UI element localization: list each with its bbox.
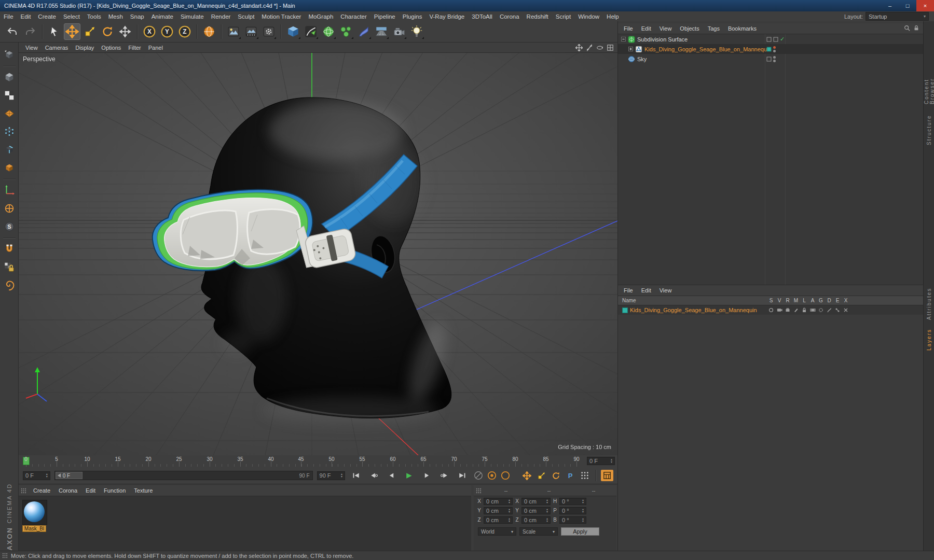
om-menu-edit[interactable]: Edit	[638, 24, 655, 33]
previous-key-button[interactable]	[367, 470, 380, 481]
panel-grip-icon[interactable]	[21, 488, 26, 494]
visibility-dot-icon[interactable]	[766, 37, 772, 42]
model-mode-icon[interactable]	[2, 70, 17, 85]
texture-mode-icon[interactable]	[2, 88, 17, 103]
menu-item-mesh[interactable]: Mesh	[105, 12, 127, 21]
goto-end-button[interactable]	[455, 470, 469, 481]
move-tool-icon[interactable]	[64, 23, 80, 40]
keyframe-parameter-toggle[interactable]: P	[564, 470, 576, 481]
edges-mode-icon[interactable]	[2, 143, 17, 157]
viewport-menu-view[interactable]: View	[22, 44, 42, 52]
keyframe-pla-toggle[interactable]	[579, 470, 591, 481]
x-axis-lock-icon[interactable]: X	[141, 23, 158, 40]
manager-toggle-icon[interactable]	[792, 307, 800, 313]
minimize-button[interactable]: –	[881, 0, 899, 11]
column-header-deformers[interactable]: D	[825, 298, 833, 303]
goto-start-button[interactable]	[349, 470, 363, 481]
expressions-toggle-icon[interactable]	[833, 307, 842, 313]
size-x-field[interactable]: 0 cm▴▾	[521, 498, 551, 505]
object-label[interactable]: Kids_Diving_Goggle_Seage_Blue_on_Mannequ…	[644, 46, 772, 52]
viewport-menu-display[interactable]: Display	[72, 44, 98, 52]
render-toggle-icon[interactable]	[784, 307, 792, 313]
layer-color-chip[interactable]	[622, 307, 628, 313]
om-menu-file[interactable]: File	[620, 24, 637, 33]
rot-p-field[interactable]: 0 °▴▾	[559, 507, 586, 514]
light-icon[interactable]	[408, 23, 425, 40]
polygons-mode-icon[interactable]	[2, 161, 17, 175]
layer-name-label[interactable]: Kids_Diving_Goggle_Seage_Blue_on_Mannequ…	[630, 307, 757, 313]
column-header-lock[interactable]: L	[800, 298, 808, 303]
object-row-goggle[interactable]: Kids_Diving_Goggle_Seage_Blue_on_Mannequ…	[618, 44, 924, 54]
spinner-down-icon[interactable]: ▾	[46, 475, 48, 478]
maximize-button[interactable]: □	[899, 0, 916, 11]
layer-color-chip[interactable]	[766, 57, 772, 62]
lock-icon[interactable]	[913, 25, 919, 33]
power-slider[interactable]: 0 F 90 F	[54, 471, 313, 480]
tab-attributes[interactable]: Attributes	[924, 287, 934, 321]
xref-toggle-icon[interactable]	[842, 307, 850, 313]
subdivision-surface-icon[interactable]	[320, 23, 337, 40]
view-toggle-icon[interactable]	[775, 307, 784, 313]
apply-button[interactable]: Apply	[561, 527, 599, 536]
pos-y-field[interactable]: 0 cm▴▾	[484, 507, 513, 514]
scale-dropdown[interactable]: Scale ▾	[519, 527, 558, 536]
deformer-icon[interactable]	[355, 23, 372, 40]
coordinate-system-icon[interactable]	[201, 23, 217, 40]
menu-item-render[interactable]: Render	[208, 12, 235, 21]
end-frame-spinner[interactable]: 90 F ▴▾	[317, 471, 345, 480]
material-menu-corona[interactable]: Corona	[55, 486, 81, 495]
spinner-down-icon[interactable]: ▾	[341, 475, 342, 478]
menu-item-script[interactable]: Script	[552, 12, 574, 21]
menu-item-help[interactable]: Help	[603, 12, 623, 21]
column-header-view[interactable]: V	[775, 298, 784, 303]
primitive-cube-icon[interactable]	[285, 23, 301, 40]
render-settings-icon[interactable]	[260, 23, 277, 40]
tab-content-browser[interactable]: Content Browser	[924, 52, 934, 104]
render-view-icon[interactable]	[225, 23, 242, 40]
close-button[interactable]: ×	[916, 0, 934, 11]
object-axis-icon[interactable]	[2, 201, 17, 216]
layout-dropdown[interactable]: Startup ▾	[866, 12, 929, 21]
rot-h-field[interactable]: 0 °▴▾	[559, 498, 586, 505]
animation-toggle-icon[interactable]	[808, 307, 817, 313]
viewport-menu-cameras[interactable]: Cameras	[42, 44, 72, 52]
expand-toggle-icon[interactable]	[621, 37, 626, 41]
menu-item-motion-tracker[interactable]: Motion Tracker	[258, 12, 305, 21]
timeline-ruler[interactable]: 0 5 10 15 20 25 30 35 40 45 50 55 60 65 …	[19, 455, 617, 468]
material-menu-edit[interactable]: Edit	[82, 486, 99, 495]
menu-item-select[interactable]: Select	[60, 12, 84, 21]
material-name-label[interactable]: Mask_Bl	[22, 525, 46, 532]
column-header-expressions[interactable]: E	[833, 298, 842, 303]
position-header[interactable]: --	[486, 488, 526, 494]
environment-floor-icon[interactable]	[373, 23, 390, 40]
menu-item-plugins[interactable]: Plugins	[399, 12, 426, 21]
quantize-spiral-icon[interactable]	[2, 278, 17, 292]
menu-item-pipeline[interactable]: Pipeline	[370, 12, 399, 21]
keyframe-scale-toggle[interactable]	[535, 470, 547, 481]
z-axis-lock-icon[interactable]: Z	[176, 23, 193, 40]
power-slider-handle[interactable]: 0 F	[56, 472, 83, 479]
redo-icon[interactable]	[22, 23, 38, 40]
menu-item-edit[interactable]: Edit	[17, 12, 35, 21]
menu-item-corona[interactable]: Corona	[496, 12, 523, 21]
camera-icon[interactable]	[391, 23, 407, 40]
play-button[interactable]	[402, 470, 416, 481]
rot-b-field[interactable]: 0 °▴▾	[559, 516, 586, 524]
material-menu-function[interactable]: Function	[100, 486, 129, 495]
lm-menu-view[interactable]: View	[656, 286, 676, 295]
material-menu-create[interactable]: Create	[30, 486, 54, 495]
menu-item-redshift[interactable]: Redshift	[523, 12, 552, 21]
solo-toggle-icon[interactable]	[767, 307, 775, 313]
object-row-subdivision-surface[interactable]: Subdivision Surface ✓	[618, 34, 924, 44]
column-header-xref[interactable]: X	[842, 298, 850, 303]
powerslider-settings-button[interactable]	[601, 470, 613, 481]
menu-item-sculpt[interactable]: Sculpt	[234, 12, 258, 21]
object-row-sky[interactable]: Sky	[618, 54, 924, 64]
column-header-generators[interactable]: G	[817, 298, 825, 303]
om-menu-tags[interactable]: Tags	[704, 24, 723, 33]
next-key-button[interactable]	[437, 470, 451, 481]
viewport-menu-options[interactable]: Options	[98, 44, 125, 52]
visibility-dot-icon[interactable]	[773, 56, 776, 59]
keyframe-rotation-toggle[interactable]	[550, 470, 562, 481]
menu-item-3dtoall[interactable]: 3DToAll	[468, 12, 496, 21]
